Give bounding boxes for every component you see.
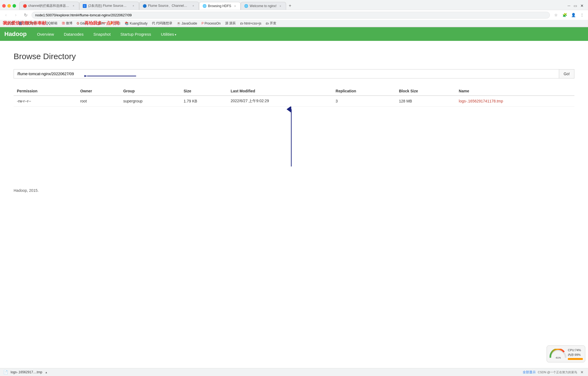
maximize-control[interactable] [13, 4, 16, 8]
bookmark-weibo[interactable]: 微 微博 [60, 20, 74, 26]
directory-table: Permission Owner Group Size Last Modifie… [14, 87, 574, 107]
tab-2-close[interactable]: × [131, 4, 136, 8]
bookmark-gitee-favicon: G [77, 22, 79, 25]
bookmark-daima-label: 代码随想录 [156, 21, 172, 26]
tab-5-close[interactable]: × [278, 4, 283, 8]
tab-1-favicon: 🔴 [23, 4, 27, 8]
bookmark-kuangstudy[interactable]: 📚 KuangStudy [123, 21, 149, 26]
back-button[interactable]: ‹ [2, 11, 10, 19]
bookmark-baidu-translate-favicon: 📘 [19, 22, 23, 25]
bookmark-gitee-label: Gitee [80, 22, 88, 25]
bookmark-baidu-favicon: 百 [4, 21, 7, 25]
profile-icon[interactable]: 👤 [569, 11, 577, 19]
tab-2[interactable]: C (2条消息) Flume Source、Char… × [79, 2, 139, 10]
window-controls [2, 4, 16, 8]
close-control[interactable] [2, 4, 6, 8]
cell-block-size: 128 MB [396, 96, 455, 107]
bookmark-kuangstudy-label: KuangStudy [130, 22, 147, 25]
reload-button[interactable]: ↻ [22, 11, 29, 19]
bookmark-daima[interactable]: 代 代码随想录 [150, 20, 174, 26]
bookmark-daima-favicon: 代 [152, 21, 155, 26]
nav-snapshot[interactable]: Snapshot [88, 28, 115, 40]
tab-1[interactable]: 🔴 channel的拦截器和选择器必须… × [19, 2, 79, 10]
col-replication: Replication [332, 87, 396, 96]
nav-datanodes[interactable]: Datanodes [59, 28, 88, 40]
col-last-modified: Last Modified [227, 87, 332, 96]
menu-icon[interactable]: ⋮ [578, 11, 586, 19]
minimize-control[interactable] [7, 4, 11, 8]
page-title: Browse Directory [14, 52, 574, 61]
bookmark-javaguide[interactable]: ☕ JavaGuide [175, 21, 199, 26]
cell-last-modified: 2022/6/27 上午9:02:29 [227, 96, 332, 107]
tab-4-title: Browsing HDFS [208, 4, 231, 8]
bookmark-baidu[interactable]: 百 百度 [2, 20, 16, 26]
col-name: Name [455, 87, 574, 96]
bookmark-leetcode-label: 力扣 [114, 21, 120, 26]
bookmark-yuanchen[interactable]: 源 源辰 [223, 20, 237, 26]
bookmark-csdn-favicon: C [92, 22, 95, 25]
bookmark-gitee[interactable]: G Gitee [75, 21, 90, 26]
footer: Hadoop, 2015. [14, 188, 574, 193]
window-close-btn[interactable]: ✕ [580, 4, 584, 8]
bookmark-weibo-favicon: 微 [62, 21, 65, 26]
tab-3-close[interactable]: × [191, 4, 195, 8]
address-bar-row: ‹ › ↻ ☆ 🧩 👤 ⋮ [0, 10, 588, 20]
nav-overview[interactable]: Overview [32, 28, 59, 40]
tab-3-favicon: 🔵 [143, 4, 146, 8]
col-size: Size [180, 87, 228, 96]
bookmark-csdn-label: CSDN [95, 22, 105, 25]
main-content: Browse Directory Go! Permission Owner [0, 41, 588, 204]
tab-4-favicon: 🌐 [203, 4, 206, 8]
bookmark-processon-favicon: P [201, 22, 204, 25]
tab-5-favicon: 🌐 [244, 4, 248, 8]
bookmark-processon[interactable]: P ProcessOn [200, 21, 222, 26]
tab-2-favicon: C [83, 4, 87, 8]
bookmark-leetcode[interactable]: ⚡ 力扣 [107, 20, 122, 26]
tab-2-title: (2条消息) Flume Source、Char… [88, 4, 130, 8]
bookmark-processon-label: ProcessOn [204, 22, 220, 25]
tabs-bar: 🔴 channel的拦截器和选择器必须… × C (2条消息) Flume So… [19, 2, 294, 10]
new-tab-button[interactable]: + [286, 2, 294, 10]
cell-size: 1.79 KB [180, 96, 228, 107]
bookmark-yuanchen-favicon: 源 [225, 21, 228, 26]
path-input[interactable] [14, 69, 559, 78]
bookmark-javaguide-favicon: ☕ [177, 22, 181, 25]
forward-button[interactable]: › [12, 11, 20, 19]
bookmark-qq-mail[interactable]: 📧 QQ邮箱 [39, 20, 59, 26]
tab-5[interactable]: 🌐 Welcome to nginx! × [241, 2, 286, 10]
file-link[interactable]: logs-.1656291741178.tmp [459, 99, 503, 103]
bookmark-dev-label: 开发 [270, 21, 276, 26]
bookmark-html-css-js[interactable]: 🗁 html+css+js [238, 21, 263, 26]
go-button[interactable]: Go! [559, 69, 574, 78]
cell-owner: root [77, 96, 120, 107]
cell-permission: -rw-r--r-- [14, 96, 77, 107]
nav-utilities[interactable]: Utilities [156, 28, 181, 40]
bookmark-kuangstudy-favicon: 📚 [125, 22, 129, 25]
table-row: -rw-r--r-- root supergroup 1.79 KB 2022/… [14, 96, 574, 107]
window-minimize-btn[interactable]: ─ [568, 4, 570, 8]
bookmark-csdn[interactable]: C CSDN [91, 21, 106, 26]
bookmark-baidu-translate[interactable]: 📘 百度翻译 [17, 20, 38, 26]
nav-startup-progress[interactable]: Startup Progress [115, 28, 156, 40]
col-permission: Permission [14, 87, 77, 96]
col-group: Group [120, 87, 180, 96]
bookmark-star-icon[interactable]: ☆ [552, 11, 560, 19]
tab-4[interactable]: 🌐 Browsing HDFS × [199, 2, 241, 10]
address-input[interactable] [32, 12, 550, 19]
bookmarks-bar: 我的爱统统都为你奉献 再给我多一点时间 百 百度 📘 百度翻译 📧 QQ邮箱 微… [0, 20, 588, 27]
cell-replication: 3 [332, 96, 396, 107]
path-row: Go! [14, 69, 574, 78]
bookmark-baidu-label: 百度 [8, 21, 14, 26]
bookmark-qq-mail-label: QQ邮箱 [46, 21, 57, 26]
extensions-icon[interactable]: 🧩 [561, 11, 568, 19]
bookmark-baidu-translate-label: 百度翻译 [23, 21, 36, 26]
col-owner: Owner [77, 87, 120, 96]
cell-group: supergroup [120, 96, 180, 107]
window-restore-btn[interactable]: ▭ [574, 4, 577, 8]
tab-3[interactable]: 🔵 Flume Source、Channel处理器… × [139, 2, 199, 10]
bookmark-dev[interactable]: 🗁 开发 [264, 20, 278, 26]
col-block-size: Block Size [396, 87, 455, 96]
tab-4-close[interactable]: × [233, 4, 237, 8]
cell-name[interactable]: logs-.1656291741178.tmp [455, 96, 574, 107]
tab-1-close[interactable]: × [71, 4, 76, 8]
